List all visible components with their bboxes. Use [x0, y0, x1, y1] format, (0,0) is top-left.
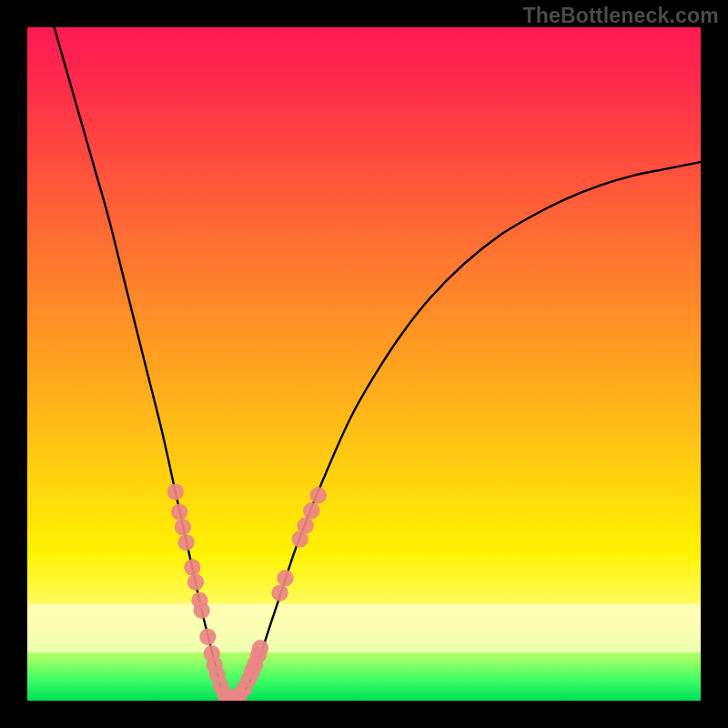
- marker-dot: [252, 640, 268, 656]
- bottleneck-curve: [55, 27, 701, 701]
- marker-dot: [187, 574, 204, 591]
- marker-dots: [167, 483, 327, 701]
- marker-dot: [277, 570, 293, 586]
- marker-dot: [309, 487, 326, 503]
- marker-dot: [271, 584, 288, 601]
- marker-dot: [167, 483, 184, 500]
- marker-dot: [193, 602, 209, 619]
- marker-dot: [175, 519, 191, 535]
- marker-dot: [303, 502, 319, 519]
- plot-area: [27, 27, 701, 701]
- chart-root: TheBottleneck.com: [0, 0, 728, 728]
- attribution-label: TheBottleneck.com: [522, 4, 719, 28]
- marker-dot: [199, 629, 216, 645]
- marker-dot: [171, 504, 187, 521]
- marker-dot: [177, 534, 194, 551]
- curve-layer: [27, 27, 701, 701]
- marker-dot: [184, 559, 200, 575]
- marker-dot: [297, 517, 313, 533]
